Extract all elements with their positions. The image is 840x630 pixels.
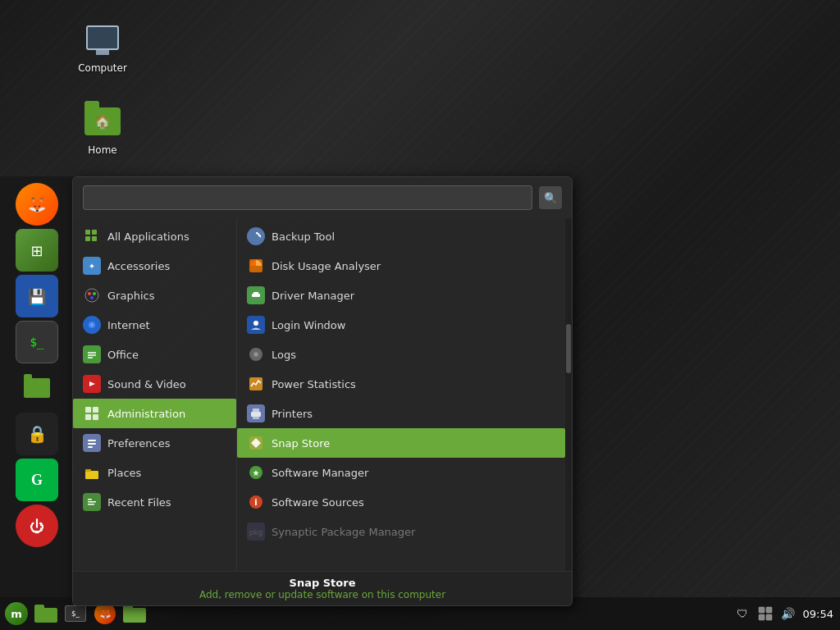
svg-rect-48 [253,417,259,419]
menu-item-preferences[interactable]: Preferences [73,428,236,458]
recent-files-label: Recent Files [107,496,171,509]
panel-icon-numix[interactable]: ⊞ [16,229,58,272]
menu-item-snap-store[interactable]: Snap Store [237,428,565,458]
driver-icon [247,286,265,304]
power-statistics-label: Power Statistics [272,378,356,390]
status-bar: Snap Store Add, remove or update softwar… [73,571,572,605]
soundvideo-icon [83,375,101,393]
svg-point-40 [253,321,258,326]
taskbar-folder1[interactable] [33,600,59,627]
office-icon [83,345,101,363]
office-label: Office [107,349,139,361]
search-input[interactable] [83,185,532,210]
places-icon [83,463,101,482]
svg-rect-24 [88,440,96,441]
desktop-icon-home[interactable]: 🏠 Home [70,98,135,159]
panel-icon-storage[interactable]: 💾 [16,275,58,317]
snap-store-label: Snap Store [272,437,330,450]
svg-rect-28 [85,469,91,472]
backup-icon [247,227,265,245]
svg-point-43 [255,354,257,355]
software-manager-label: Software Manager [272,467,368,479]
panel-icon-grammarly[interactable]: G [16,459,58,501]
menu-item-disk-usage[interactable]: Disk Usage Analyser [237,251,565,281]
svg-rect-37 [252,294,260,297]
synaptic-label: Synaptic Package Manager [272,526,415,538]
menu-item-office[interactable]: Office [73,340,236,369]
svg-point-8 [93,292,96,295]
all-applications-label: All Applications [107,231,189,243]
computer-icon [83,20,122,59]
menu-item-synaptic[interactable]: pkg Synaptic Package Manager [237,517,565,546]
recent-icon [83,493,101,511]
scroll-thumb [566,324,571,373]
taskbar-clock: 09:54 [803,608,833,620]
svg-rect-46 [251,412,261,417]
svg-text:✦: ✦ [89,262,95,271]
taskbar-mint-menu[interactable]: m [3,600,30,627]
menu-item-sound-video[interactable]: Sound & Video [73,369,236,399]
menu-item-backup-tool[interactable]: Backup Tool [237,221,565,251]
svg-rect-22 [93,414,98,420]
scrollbar[interactable] [565,218,572,571]
soundvideo-label: Sound & Video [107,378,186,390]
menu-item-recent-files[interactable]: Recent Files [73,487,236,517]
disk-icon [247,257,265,275]
svg-point-12 [91,324,94,326]
menu-item-driver-manager[interactable]: Driver Manager [237,281,565,310]
menu-item-power-statistics[interactable]: Power Statistics [237,369,565,399]
svg-point-6 [85,289,98,302]
menu-item-accessories[interactable]: ✦ Accessories [73,251,236,281]
administration-label: Administration [107,408,185,420]
svg-rect-1 [92,230,97,235]
menu-right-wrapper: Backup Tool Disk Usage Analyser [237,218,572,571]
svg-rect-58 [766,607,772,613]
menu-item-logs[interactable]: Logs [237,340,565,369]
status-description-text: Add, remove or update software on this c… [199,589,445,600]
taskbar-right: 🛡 🔊 09:54 [734,605,840,622]
login-icon [247,316,265,334]
search-button[interactable]: 🔍 [539,186,562,209]
svg-point-9 [90,296,94,299]
panel-icon-firefox[interactable]: 🦊 [16,183,58,226]
panel-icon-power[interactable]: ⏻ [16,504,58,547]
menu-item-login-window[interactable]: Login Window [237,310,565,340]
panel-icon-terminal[interactable]: $_ [16,321,58,363]
panel-icon-files[interactable] [16,367,58,409]
svg-rect-0 [85,230,90,235]
terminal-icon: $_ [65,605,86,622]
svg-rect-20 [93,407,98,413]
graphics-label: Graphics [107,290,154,302]
menu-item-software-manager[interactable]: ★ Software Manager [237,458,565,487]
logs-label: Logs [272,349,296,361]
svg-rect-32 [88,504,94,505]
mint-logo: m [5,602,28,625]
svg-rect-26 [88,446,93,448]
svg-rect-30 [88,499,92,500]
snap-icon [247,434,265,452]
svg-rect-2 [85,236,90,241]
desktop-icon-computer[interactable]: Computer [70,16,135,77]
taskbar-shield-icon: 🛡 [734,605,751,622]
menu-item-places[interactable]: Places [73,458,236,487]
menu-item-graphics[interactable]: Graphics [73,281,236,310]
menu-item-internet[interactable]: Internet [73,310,236,340]
svg-text:★: ★ [253,468,260,477]
desktop: Computer 🏠 Home 🦊 ⊞ 💾 $_ [0,0,840,630]
menu-item-administration[interactable]: Administration [73,399,236,428]
preferences-label: Preferences [107,437,170,450]
menu-columns: All Applications ✦ Accessories [73,218,572,571]
svg-rect-21 [85,414,91,420]
svg-rect-60 [766,614,772,620]
menu-item-software-sources[interactable]: i Software Sources [237,487,565,517]
panel-icon-lock[interactable]: 🔒 [16,413,58,455]
svg-rect-31 [88,501,96,503]
admin-icon [83,404,101,422]
svg-point-7 [88,292,91,295]
printers-label: Printers [272,408,313,420]
svg-text:i: i [254,497,258,508]
menu-item-printers[interactable]: Printers [237,399,565,428]
svg-rect-47 [253,409,259,412]
svg-rect-57 [759,607,765,613]
menu-item-all-applications[interactable]: All Applications [73,221,236,251]
